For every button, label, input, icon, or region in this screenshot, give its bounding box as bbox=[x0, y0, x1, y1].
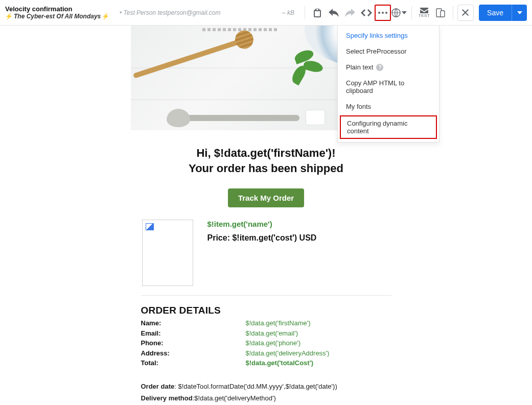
reply-icon[interactable] bbox=[326, 5, 342, 21]
detail-address: Address: $!data.get('deliveryAddress') bbox=[141, 348, 391, 359]
test-recipient: • Test Person testperson@gmail.com bbox=[120, 9, 220, 16]
detail-total: Total: $!data.get('totalCost') bbox=[141, 358, 391, 368]
menu-dynamic-content[interactable]: Configuring dynamic content bbox=[340, 115, 437, 139]
editor-canvas: Hi, $!data.get('firstName')! Your order … bbox=[0, 26, 532, 405]
menu-select-preprocessor[interactable]: Select PreProcessor bbox=[338, 43, 439, 59]
product-name: $!item.get('name') bbox=[207, 220, 317, 228]
save-button-group: Save bbox=[479, 5, 527, 21]
forward-icon[interactable] bbox=[342, 5, 358, 21]
more-menu-button[interactable] bbox=[375, 5, 391, 21]
help-icon: ? bbox=[376, 64, 383, 71]
order-meta: Order date: $!dateTool.formatDate('dd.MM… bbox=[141, 380, 391, 406]
greeting-text: Hi, $!data.get('firstName')! bbox=[141, 147, 391, 160]
svg-point-2 bbox=[385, 12, 387, 14]
code-icon[interactable] bbox=[358, 5, 375, 21]
lightning-icon: ⚡ bbox=[102, 13, 109, 20]
detail-email: Email: $!data.get('email') bbox=[141, 328, 391, 339]
email-body: Hi, $!data.get('firstName')! Your order … bbox=[131, 130, 402, 405]
order-details-heading: ORDER DETAILS bbox=[141, 305, 391, 316]
svg-rect-5 bbox=[441, 11, 445, 17]
language-selector[interactable] bbox=[391, 5, 407, 21]
more-menu-dropdown: Specify links settings Select PreProcess… bbox=[337, 26, 440, 142]
chevron-down-icon bbox=[402, 10, 407, 15]
product-row: $!item.get('name') Price: $!item.get('co… bbox=[142, 220, 390, 286]
shipped-text: Your order has been shipped bbox=[141, 162, 391, 175]
lightning-icon: ⚡ bbox=[5, 13, 13, 20]
menu-my-fonts[interactable]: My fonts bbox=[338, 99, 439, 114]
menu-plain-text[interactable]: Plain text ? bbox=[338, 59, 439, 75]
product-price: Price: $!item.get('cost') USD bbox=[207, 233, 317, 243]
chevron-down-icon bbox=[517, 11, 522, 14]
save-dropdown-button[interactable] bbox=[512, 5, 527, 21]
template-title: Velocity confirmation bbox=[5, 5, 118, 13]
save-button[interactable]: Save bbox=[479, 5, 512, 21]
product-image-placeholder bbox=[142, 220, 193, 286]
title-block: Velocity confirmation ⚡ The Cyber-est Of… bbox=[5, 5, 118, 20]
top-toolbar: Velocity confirmation ⚡ The Cyber-est Of… bbox=[0, 0, 532, 26]
send-test-button[interactable]: TEST bbox=[416, 5, 432, 21]
size-indicator: – kB bbox=[282, 9, 294, 16]
clipboard-icon[interactable] bbox=[309, 5, 326, 21]
svg-point-1 bbox=[382, 12, 384, 14]
detail-name: Name: $!data.get('firstName') bbox=[141, 318, 391, 328]
close-button[interactable] bbox=[457, 5, 474, 21]
divider bbox=[141, 295, 391, 296]
menu-specify-links[interactable]: Specify links settings bbox=[338, 28, 439, 43]
detail-phone: Phone: $!data.get('phone') bbox=[141, 338, 391, 348]
svg-point-0 bbox=[378, 12, 380, 14]
track-order-button[interactable]: Track My Order bbox=[228, 188, 304, 207]
template-subtitle: ⚡ The Cyber-est Of All Mondays ⚡ bbox=[5, 13, 118, 20]
menu-copy-amp[interactable]: Copy AMP HTML to clipboard bbox=[338, 75, 439, 99]
close-icon bbox=[462, 9, 469, 16]
device-preview-icon[interactable] bbox=[432, 5, 449, 21]
